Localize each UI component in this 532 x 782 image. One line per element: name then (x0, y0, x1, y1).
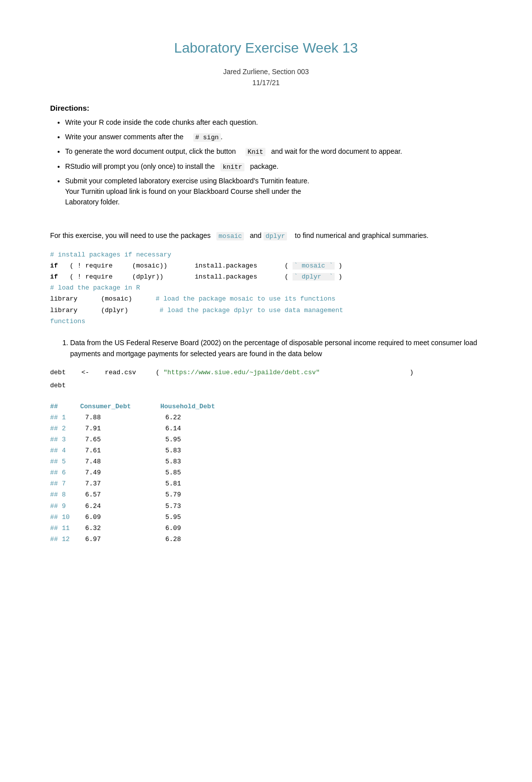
code-read-csv-line1: debt <- read.csv ( "https://www.siue.edu… (50, 367, 482, 378)
table-row: ## 9 6.24 5.73 (50, 501, 482, 512)
code-comment-install: # install packages if necessary (50, 249, 482, 260)
directions-list: Write your R code inside the code chunks… (65, 117, 482, 208)
table-row: ## 2 7.91 6.14 (50, 423, 482, 434)
code-line-library-dplyr: library (dplyr) # load the package dplyr… (50, 305, 482, 316)
code-block-install: # install packages if necessary if ( ! r… (50, 249, 482, 327)
table-row: ## 8 6.57 5.79 (50, 489, 482, 500)
table-row: ## 1 7.88 6.22 (50, 412, 482, 423)
directions-item-4: RStudio will prompt you (only once) to i… (65, 161, 482, 172)
data-table: ## Consumer_Debt Household_Debt ## 1 7.8… (50, 401, 482, 545)
code-read-csv-line2: debt (50, 380, 482, 391)
code-line-functions: functions (50, 316, 482, 327)
code-block-readcsv: debt <- read.csv ( "https://www.siue.edu… (50, 367, 482, 391)
table-col-rownum-header: ## (50, 401, 80, 412)
dplyr-pkg-ref: dplyr (263, 232, 287, 240)
directions-item-5: Submit your completed laboratory exercis… (65, 176, 482, 207)
table-col-consumer-header: Consumer_Debt (80, 401, 160, 412)
table-row: ## 3 7.65 5.95 (50, 434, 482, 445)
table-row: ## 6 7.49 5.85 (50, 467, 482, 478)
directions-item-2: Write your answer comments after the # s… (65, 132, 482, 143)
table-row: ## 10 6.09 5.95 (50, 512, 482, 523)
directions-label: Directions: (50, 104, 482, 112)
table-col-household-header: Household_Debt (160, 401, 210, 412)
hash-sign: # sign (193, 133, 221, 142)
directions-item-3: To generate the word document output, cl… (65, 146, 482, 157)
questions-list: Data from the US Federal Reserve Board (… (70, 337, 482, 360)
author-block: Jared Zurliene, Section 003 11/17/21 (50, 66, 482, 89)
author-name: Jared Zurliene, Section 003 (50, 66, 482, 77)
intro-paragraph: For this exercise, you will need to use … (50, 230, 482, 242)
table-row: ## 7 7.37 5.81 (50, 478, 482, 489)
mosaic-pkg-ref: mosaic (216, 232, 244, 240)
table-row: ## 12 6.97 6.28 (50, 534, 482, 545)
code-comment-load: # load the package in R (50, 283, 482, 294)
code-line-if-mosaic: if ( ! require (mosaic)) install.package… (50, 260, 482, 272)
table-header-row: ## Consumer_Debt Household_Debt (50, 401, 482, 412)
directions-item-1: Write your R code inside the code chunks… (65, 117, 482, 128)
knit-button-ref: Knit (245, 148, 265, 156)
table-row: ## 5 7.48 5.83 (50, 456, 482, 467)
table-row: ## 4 7.61 5.83 (50, 445, 482, 456)
code-line-if-dplyr: if ( ! require (dplyr)) install.packages… (50, 272, 482, 283)
code-line-library-mosaic: library (mosaic) # load the package mosa… (50, 294, 482, 305)
knitr-pkg: knitr (220, 163, 244, 171)
question-1: Data from the US Federal Reserve Board (… (70, 337, 482, 360)
table-row: ## 11 6.32 6.09 (50, 523, 482, 534)
page-title: Laboratory Exercise Week 13 (50, 40, 482, 56)
document-date: 11/17/21 (50, 77, 482, 88)
